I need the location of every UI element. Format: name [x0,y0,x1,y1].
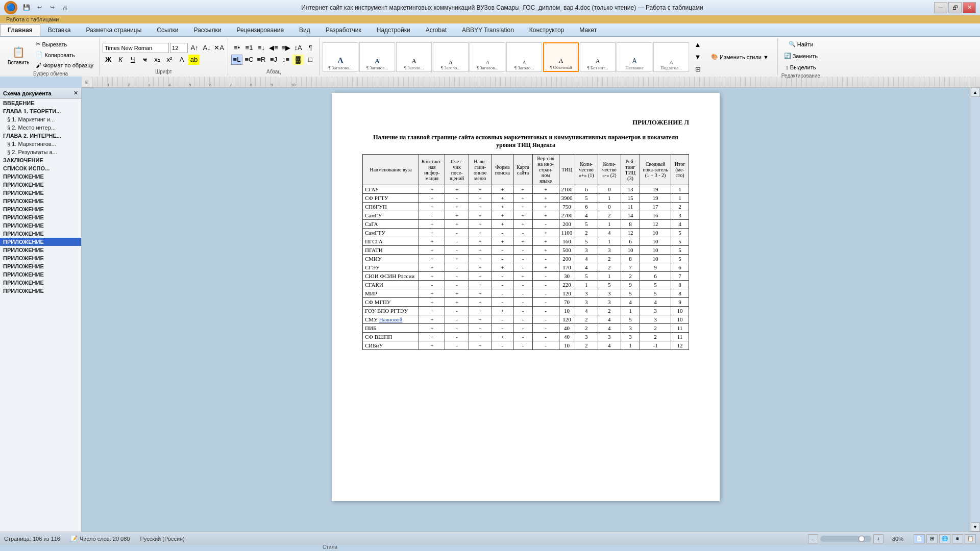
sidebar-item[interactable]: ГЛАВА 1. ТЕОРЕТИ... [0,107,81,115]
bullets-btn[interactable]: ≡• [231,43,242,53]
sidebar-item[interactable]: § 1. Маркетингов... [0,140,81,148]
sidebar-item[interactable]: ПРИЛОЖЕНИЕ [0,213,81,221]
font-name-input[interactable] [103,43,169,53]
style-title[interactable]: A Название [617,42,652,72]
scroll-up-btn[interactable]: ▲ [971,88,980,97]
office-button[interactable]: 🔵 [4,1,17,14]
format-painter-button[interactable]: 🖌 Формат по образцу [33,61,96,70]
save-quick-btn[interactable]: 💾 [21,2,32,13]
tab-developer[interactable]: Разработчик [318,24,369,36]
multilevel-btn[interactable]: ≡↓ [256,43,267,53]
clear-format-btn[interactable]: ✕A [213,43,225,53]
styles-scroll-up[interactable]: ▲ [692,40,703,50]
sidebar-item[interactable]: ПРИЛОЖЕНИЕ [0,287,81,295]
style-heading1[interactable]: A ¶ Заголово... [323,42,358,72]
sidebar-item[interactable]: ЗАКЛЮЧЕНИЕ [0,156,81,164]
redo-quick-btn[interactable]: ↪ [46,2,58,13]
tab-acrobat[interactable]: Acrobat [418,24,454,36]
tab-references[interactable]: Ссылки [149,24,186,36]
strikethrough-btn[interactable]: ч [139,55,151,65]
sidebar-item[interactable]: ПРИЛОЖЕНИЕ [0,172,81,181]
view-normal-btn[interactable]: 📄 [914,534,925,543]
font-color-btn[interactable]: A [176,55,187,65]
decrease-indent-btn[interactable]: ◀≡ [268,43,279,53]
view-outline-btn[interactable]: ≡ [952,534,963,543]
style-heading4[interactable]: A ¶ Заголо... [433,42,469,72]
sidebar-close-btn[interactable]: ✕ [74,90,78,96]
sidebar-item[interactable]: ПРИЛОЖЕНИЕ [0,246,81,254]
shrink-font-btn[interactable]: A↓ [201,43,212,53]
sidebar-item[interactable]: ПРИЛОЖЕНИЕ [0,197,81,205]
sidebar-item[interactable]: СПИСОК ИСПО... [0,164,81,172]
change-styles-btn[interactable]: 🎨 Изменить стили ▼ [708,52,771,62]
align-left-btn[interactable]: ≡L [231,55,242,65]
show-marks-btn[interactable]: ¶ [305,43,316,53]
styles-expand[interactable]: ⊞ [692,64,703,74]
undo-quick-btn[interactable]: ↩ [34,2,45,13]
sidebar-item[interactable]: ПРИЛОЖЕНИЕ [0,221,81,230]
style-no-spacing[interactable]: A ¶ Без инт... [580,42,616,72]
sidebar-item[interactable]: ПРИЛОЖЕНИЕ [0,238,81,246]
styles-scroll-down[interactable]: ▼ [692,52,703,62]
increase-indent-btn[interactable]: ≡▶ [280,43,291,53]
paste-button[interactable]: 📋 Вставить [5,43,32,67]
replace-button[interactable]: 🔄 Заменить [781,51,820,61]
sidebar-item[interactable]: § 2. Результаты а... [0,148,81,156]
sidebar-item[interactable]: ПРИЛОЖЕНИЕ [0,254,81,262]
sidebar-item[interactable]: ВВЕДЕНИЕ [0,99,81,107]
font-size-input[interactable] [170,43,188,53]
style-heading6[interactable]: A ¶ Заголо... [506,42,542,72]
find-button[interactable]: 🔍 Найти [786,39,816,49]
document-area[interactable]: ПРИЛОЖЕНИЕ Л Наличие на главной странице… [82,88,970,532]
sidebar-item[interactable]: ГЛАВА 2. ИНТЕРНЕ... [0,132,81,140]
align-center-btn[interactable]: ≡C [243,55,255,65]
tab-mailings[interactable]: Рассылки [186,24,229,36]
numbering-btn[interactable]: ≡1 [243,43,255,53]
underline-btn[interactable]: Ч [127,55,138,65]
border-btn[interactable]: □ [305,55,316,65]
shading-btn[interactable]: ▓ [292,55,304,65]
sidebar-item[interactable]: ПРИЛОЖЕНИЕ [0,205,81,213]
superscript-btn[interactable]: х² [164,55,175,65]
sort-btn[interactable]: ↕A [292,43,304,53]
close-btn[interactable]: ✕ [963,2,976,13]
tab-addins[interactable]: Надстройки [369,24,418,36]
tab-layout[interactable]: Макет [572,24,604,36]
zoom-in-btn[interactable]: + [873,534,884,543]
tab-view[interactable]: Вид [291,24,318,36]
style-normal[interactable]: A ¶ Обычный [543,42,579,72]
sidebar-item[interactable]: ПРИЛОЖЕНИЕ [0,189,81,197]
line-spacing-btn[interactable]: ↕≡ [280,55,291,65]
select-button[interactable]: ↕ Выделить [783,63,818,72]
subscript-btn[interactable]: х₂ [152,55,163,65]
highlight-btn[interactable]: ab [188,55,200,65]
minimize-btn[interactable]: ─ [934,2,947,13]
sidebar-item[interactable]: § 2. Место интер... [0,123,81,132]
sidebar-item[interactable]: § 1. Маркетинг и... [0,115,81,123]
style-heading2[interactable]: A ¶ Заголов... [359,42,395,72]
grow-font-btn[interactable]: A↑ [189,43,200,53]
style-heading3[interactable]: A ¶ Заголо... [396,42,432,72]
scroll-down-btn[interactable]: ▼ [971,522,980,532]
sidebar-item[interactable]: ПРИЛОЖЕНИЕ [0,279,81,287]
sidebar-item[interactable]: ПРИЛОЖЕНИЕ [0,230,81,238]
restore-btn[interactable]: 🗗 [948,2,962,13]
cut-button[interactable]: ✂ Вырезать [33,39,96,49]
copy-button[interactable]: 📄 Копировать [33,50,96,60]
zoom-slider[interactable] [820,536,871,542]
sidebar-item[interactable]: ПРИЛОЖЕНИЕ [0,181,81,189]
italic-btn[interactable]: К [115,55,126,65]
view-draft-btn[interactable]: 📋 [965,534,976,543]
tab-constructor[interactable]: Конструктор [522,24,572,36]
sidebar-item[interactable]: ПРИЛОЖЕНИЕ [0,270,81,279]
bold-btn[interactable]: Ж [103,55,114,65]
zoom-out-btn[interactable]: − [808,534,818,543]
sidebar-item[interactable]: ПРИЛОЖЕНИЕ [0,262,81,270]
view-fullscreen-btn[interactable]: ⊞ [926,534,938,543]
align-right-btn[interactable]: ≡R [256,55,267,65]
style-subtitle[interactable]: A Подзагол... [653,42,689,72]
print-quick-btn[interactable]: 🖨 [59,2,70,13]
view-web-btn[interactable]: 🌐 [939,534,950,543]
tab-insert[interactable]: Вставка [40,24,79,36]
justify-btn[interactable]: ≡J [268,55,279,65]
